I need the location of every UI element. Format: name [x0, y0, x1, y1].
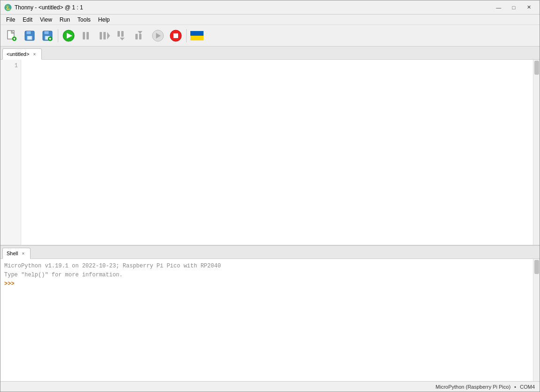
editor-content[interactable] [21, 60, 533, 245]
toolbar-separator-1 [58, 29, 58, 42]
svg-rect-28 [135, 34, 138, 39]
svg-rect-23 [103, 32, 106, 39]
step-over-button[interactable] [96, 27, 113, 44]
interpreter-label[interactable]: MicroPython (Raspberry Pi Pico) [436, 384, 511, 390]
menu-tools[interactable]: Tools [74, 15, 94, 24]
svg-rect-25 [117, 31, 120, 37]
debug-button[interactable] [78, 27, 95, 44]
step-out-button[interactable] [132, 27, 149, 44]
shell-content: MicroPython v1.19.1 on 2022-10-23; Raspb… [0, 259, 540, 381]
shell-text[interactable]: MicroPython v1.19.1 on 2022-10-23; Raspb… [0, 259, 533, 381]
menu-file[interactable]: File [2, 15, 19, 24]
shell-panel: Shell × MicroPython v1.19.1 on 2022-10-2… [0, 245, 540, 381]
status-separator: • [514, 384, 516, 390]
minimize-button[interactable]: — [492, 3, 506, 12]
shell-tab-label: Shell [7, 251, 18, 256]
svg-rect-22 [100, 32, 102, 39]
menu-help[interactable]: Help [94, 15, 114, 24]
toolbar-separator-2 [186, 29, 187, 42]
svg-rect-26 [121, 31, 124, 37]
svg-rect-12 [44, 31, 49, 34]
svg-rect-10 [28, 36, 31, 39]
svg-rect-21 [86, 32, 89, 39]
editor-scrollbar-thumb[interactable] [534, 61, 539, 75]
status-bar: MicroPython (Raspberry Pi Pico) • COM4 [0, 381, 540, 392]
menu-view[interactable]: View [36, 15, 56, 24]
menu-edit[interactable]: Edit [19, 15, 36, 24]
menu-run[interactable]: Run [56, 15, 74, 24]
editor-tab-untitled[interactable]: <untitled> × [2, 48, 42, 60]
save-button[interactable] [21, 27, 38, 44]
editor-tab-close[interactable]: × [31, 51, 38, 57]
svg-rect-29 [139, 34, 141, 39]
shell-tabs: Shell × [0, 246, 540, 259]
window-title: Thonny - <untitled> @ 1 : 1 [15, 4, 492, 11]
svg-marker-30 [138, 31, 142, 34]
svg-text:🐍: 🐍 [5, 5, 11, 11]
shell-line-3: >>> [4, 280, 529, 289]
port-label[interactable]: COM4 [520, 384, 535, 390]
shell-scrollbar[interactable] [533, 259, 540, 381]
shell-line-2: Type "help()" for more information. [4, 271, 529, 280]
title-bar: 🐍 Thonny - <untitled> @ 1 : 1 — □ ✕ [0, 0, 540, 15]
shell-scrollbar-thumb[interactable] [534, 260, 539, 274]
editor-tabs: <untitled> × [0, 47, 540, 60]
svg-rect-34 [173, 33, 178, 38]
menu-bar: File Edit View Run Tools Help [0, 15, 540, 25]
ukraine-flag-icon [190, 31, 203, 40]
svg-marker-27 [120, 38, 125, 40]
resume-button[interactable] [149, 27, 166, 44]
svg-rect-8 [26, 31, 31, 34]
line-number-1: 1 [3, 62, 18, 70]
shell-prompt: >>> [4, 281, 15, 287]
line-numbers: 1 [0, 60, 21, 245]
shell-tab[interactable]: Shell × [2, 248, 31, 259]
new-file-button[interactable] [3, 27, 20, 44]
step-into-button[interactable] [114, 27, 131, 44]
shell-line-1: MicroPython v1.19.1 on 2022-10-23; Raspb… [4, 262, 529, 271]
stop-button[interactable] [167, 27, 184, 44]
toolbar [0, 25, 540, 47]
editor-tab-label: <untitled> [7, 51, 29, 57]
ukraine-flag-button[interactable] [188, 27, 205, 44]
run-button[interactable] [60, 27, 77, 44]
svg-rect-20 [83, 32, 85, 39]
app-icon: 🐍 [4, 4, 12, 11]
maximize-button[interactable]: □ [507, 3, 521, 12]
window-controls: — □ ✕ [492, 3, 536, 12]
svg-marker-24 [107, 32, 110, 39]
editor-area: 1 [0, 60, 540, 245]
shell-tab-close[interactable]: × [20, 250, 26, 257]
close-button[interactable]: ✕ [522, 3, 536, 12]
editor-scrollbar[interactable] [533, 60, 540, 245]
save-as-button[interactable] [39, 27, 56, 44]
